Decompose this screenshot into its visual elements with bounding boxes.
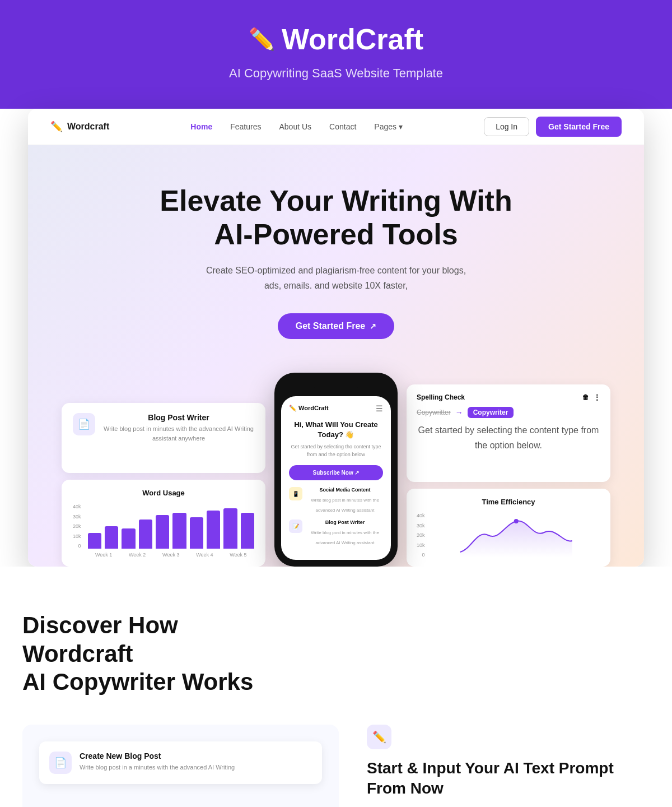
phone-content: Hi, What Will You Create Today? 👋 Get st… (289, 420, 383, 546)
bar-2 (105, 526, 118, 549)
bar-10 (241, 513, 254, 549)
phone-description: Get started by selecting tho content typ… (289, 443, 383, 458)
banner-subtitle: AI Copywriting SaaS Website Template (11, 66, 661, 81)
nav-actions: Log In Get Started Free (484, 117, 622, 137)
nav-features[interactable]: Features (230, 122, 261, 131)
phone-item-2-text: Blog Post Writer Write blog post in minu… (307, 520, 383, 546)
create-blog-desc: Write blog post in a minutes with the ad… (80, 763, 235, 772)
nav-contact[interactable]: Contact (329, 122, 356, 131)
x-week2: Week 2 (122, 552, 153, 558)
hero-description: Create SEO-optimized and plagiarism-free… (50, 263, 622, 293)
main-nav: Home Features About Us Contact Pages ▾ (190, 122, 403, 131)
discover-heading-line1: Discover How Wordcraft (22, 612, 178, 666)
spelling-description: Get started by selecting the content typ… (417, 423, 600, 453)
left-cards: 📄 Blog Post Writer Write blog post in mi… (62, 403, 265, 567)
time-y-30k: 30k (417, 523, 425, 528)
chart-x-axis: Week 1 Week 2 Week 3 Week 4 Week 5 (88, 552, 254, 558)
nav-home[interactable]: Home (190, 122, 212, 131)
discover-heading: Discover How Wordcraft AI Copywriter Wor… (22, 611, 291, 696)
nav-pages-label: Pages (374, 122, 396, 131)
login-button[interactable]: Log In (484, 117, 529, 136)
chart-bars (88, 504, 254, 549)
social-media-icon: 📱 (289, 487, 302, 500)
bar-3 (122, 528, 135, 549)
hero-cta-button[interactable]: Get Started Free ↗ (278, 313, 394, 339)
hero-section: Elevate Your Writing With AI-Powered Too… (28, 145, 644, 567)
blog-card-desc: Write blog post in minutes with the adva… (103, 424, 254, 443)
y-label-30k: 30k (73, 514, 81, 520)
phone-menu-icon: ☰ (376, 404, 383, 413)
bar-6 (172, 513, 186, 549)
bar-5 (156, 515, 169, 549)
top-banner: ✏️ WordCraft AI Copywriting SaaS Website… (0, 0, 672, 109)
preview-card: ✏️ Wordcraft Home Features About Us Cont… (28, 109, 644, 567)
blog-post-card: 📄 Blog Post Writer Write blog post in mi… (62, 403, 265, 473)
step-icon-box: ✏️ (367, 725, 391, 749)
chevron-down-icon: ▾ (399, 122, 403, 131)
phone-list-item-2: 📝 Blog Post Writer Write blog post in mi… (289, 520, 383, 546)
time-card-title: Time Efficiency (417, 498, 600, 506)
wrong-word: Copywritter (417, 409, 451, 416)
create-blog-card: 📄 Create New Blog Post Write blog post i… (39, 741, 322, 784)
bar-1 (88, 533, 101, 549)
discover-text: ✏️ Start & Input Your AI Text Prompt Fro… (367, 725, 650, 807)
step-pen-icon: ✏️ (372, 730, 386, 744)
bar-7 (190, 517, 203, 549)
bar-8 (207, 511, 220, 549)
discover-section: Discover How Wordcraft AI Copywriter Wor… (0, 567, 672, 807)
time-y-axis: 40k 30k 20k 10k 0 (417, 513, 425, 558)
phone-item-1-desc: Write blog post in minutes with the adva… (311, 498, 379, 513)
x-week1: Week 1 (88, 552, 120, 558)
hero-heading-line1: Elevate Your Writing With (160, 184, 512, 217)
dashboard-preview: 📄 Blog Post Writer Write blog post in mi… (50, 373, 622, 567)
spelling-title: Spelling Check (417, 393, 465, 401)
time-chart-svg (432, 513, 600, 558)
nav-about[interactable]: About Us (279, 122, 312, 131)
hero-heading: Elevate Your Writing With AI-Powered Too… (140, 184, 532, 252)
time-y-40k: 40k (417, 513, 425, 518)
time-efficiency-card: Time Efficiency 40k 30k 20k 10k 0 (407, 489, 610, 567)
phone-item-2-desc: Write blog post in minutes with the adva… (311, 530, 379, 545)
x-week4: Week 4 (189, 552, 221, 558)
time-chart (432, 513, 600, 558)
phone-item-2-title: Blog Post Writer (307, 520, 383, 525)
phone-logo: ✏️ WordCraft (289, 405, 329, 412)
blog-card-text: Blog Post Writer Write blog post in minu… (103, 413, 254, 463)
phone-greeting: Hi, What Will You Create Today? 👋 (289, 420, 383, 440)
arrow-icon: ↗ (370, 322, 376, 331)
y-label-10k: 10k (73, 534, 81, 539)
step-title: Start & Input Your AI Text Prompt From N… (367, 758, 650, 799)
phone-mockup: ✏️ WordCraft ☰ Hi, What Will You Create … (274, 373, 398, 567)
trash-icon[interactable]: 🗑 (582, 393, 589, 401)
create-blog-icon-box: 📄 (49, 752, 72, 774)
hero-cta-label: Get Started Free (296, 321, 365, 331)
spelling-actions: 🗑 ⋮ (582, 393, 600, 401)
get-started-button[interactable]: Get Started Free (536, 117, 622, 137)
navbar: ✏️ Wordcraft Home Features About Us Cont… (28, 109, 644, 145)
bar-4 (139, 520, 152, 549)
y-label-0: 0 (73, 543, 81, 549)
spelling-card: Spelling Check 🗑 ⋮ Copywritter → Copywri… (407, 384, 610, 482)
document-icon: 📄 (78, 418, 90, 430)
phone-subscribe-button[interactable]: Subscribe Now ↗ (289, 465, 383, 480)
logo-icon: ✏️ (50, 120, 63, 133)
time-y-0: 0 (417, 552, 425, 558)
spelling-header: Spelling Check 🗑 ⋮ (417, 393, 600, 401)
logo-text: Wordcraft (67, 122, 109, 132)
brand-title: ✏️ WordCraft (11, 22, 661, 56)
more-icon[interactable]: ⋮ (594, 393, 600, 401)
svg-point-0 (514, 519, 518, 523)
spelling-correction: Copywritter → Copywriter (417, 407, 600, 418)
brand-name: WordCraft (282, 22, 423, 56)
discover-content: 📄 Create New Blog Post Write blog post i… (22, 725, 650, 807)
create-blog-title: Create New Blog Post (80, 752, 235, 760)
x-week5: Week 5 (222, 552, 254, 558)
time-y-20k: 20k (417, 532, 425, 538)
nav-pages[interactable]: Pages ▾ (374, 122, 403, 131)
bar-9 (223, 508, 237, 549)
phone-list-item-1: 📱 Social Media Content Write blog post i… (289, 487, 383, 514)
phone-item-1-text: Social Media Content Write blog post in … (307, 487, 383, 514)
phone-screen: ✏️ WordCraft ☰ Hi, What Will You Create … (281, 396, 391, 560)
time-y-10k: 10k (417, 542, 425, 548)
discover-heading-line2: AI Copywriter Works (22, 669, 253, 695)
